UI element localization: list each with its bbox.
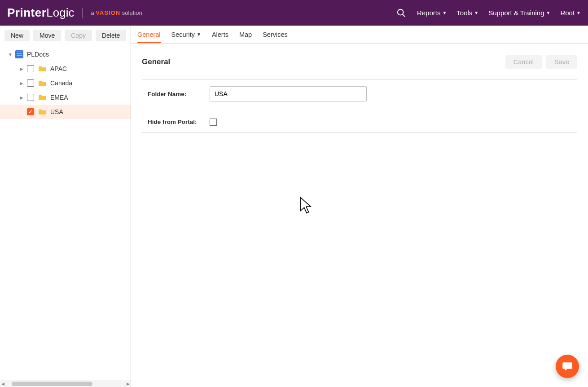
tab-services[interactable]: Services xyxy=(263,26,288,43)
folder-name-label: Folder Name: xyxy=(148,91,210,97)
menu-support[interactable]: Support & Training▼ xyxy=(488,9,550,17)
tab-services-label: Services xyxy=(263,31,288,38)
tab-alerts-label: Alerts xyxy=(212,31,228,38)
tree-item-label: USA xyxy=(50,108,63,115)
checkbox[interactable] xyxy=(27,108,34,115)
page-title: General xyxy=(142,57,501,66)
scroll-left-icon[interactable]: ◀ xyxy=(0,382,5,386)
logo-text-light: Logic xyxy=(46,6,74,20)
cancel-button: Cancel xyxy=(505,55,542,69)
content-header: General Cancel Save xyxy=(142,55,577,69)
scroll-right-icon[interactable]: ▶ xyxy=(125,382,131,386)
checkbox[interactable] xyxy=(27,65,34,72)
chat-fab[interactable] xyxy=(556,355,579,378)
new-button[interactable]: New xyxy=(4,30,30,41)
menu-root-label: Root xyxy=(560,9,575,17)
save-button: Save xyxy=(546,55,577,69)
menu-tools-label: Tools xyxy=(456,9,472,17)
sidebar-toolbar: New Move Copy Delete xyxy=(0,26,131,45)
move-button[interactable]: Move xyxy=(33,30,61,41)
folder-name-row: Folder Name: xyxy=(142,79,577,108)
folder-icon xyxy=(39,79,47,87)
menu-root[interactable]: Root▼ xyxy=(560,9,581,17)
main-panel: General Security▼ Alerts Map Services Ge… xyxy=(131,26,588,387)
hide-from-portal-checkbox[interactable] xyxy=(210,119,217,126)
menu-tools[interactable]: Tools▼ xyxy=(456,9,478,17)
app-header: PrinterLogic a VASION solution Reports▼ … xyxy=(0,0,588,26)
tree-item-usa[interactable]: USA xyxy=(0,105,131,119)
tab-general[interactable]: General xyxy=(137,26,161,43)
folder-icon xyxy=(39,65,47,73)
tree-item-canada[interactable]: Canada xyxy=(0,76,131,90)
logo-text-bold: Printer xyxy=(7,6,46,20)
hide-from-portal-label: Hide from Portal: xyxy=(148,119,210,126)
tree-item-emea[interactable]: EMEA xyxy=(0,90,131,105)
root-node-icon xyxy=(15,50,23,58)
tree-root[interactable]: PLDocs xyxy=(0,47,131,62)
tree-root-label: PLDocs xyxy=(27,51,49,58)
logo[interactable]: PrinterLogic xyxy=(7,6,74,20)
hide-from-portal-row: Hide from Portal: xyxy=(142,112,577,133)
search-icon[interactable] xyxy=(396,8,406,18)
tab-security[interactable]: Security▼ xyxy=(171,26,201,43)
sidebar-horizontal-scrollbar[interactable]: ◀ ▶ xyxy=(0,380,131,387)
tagline-suffix: solution xyxy=(120,9,142,16)
tree-item-label: APAC xyxy=(50,65,67,72)
main-tabs: General Security▼ Alerts Map Services xyxy=(131,26,588,44)
caret-down-icon: ▼ xyxy=(442,10,447,15)
sidebar: New Move Copy Delete PLDocs APAC Canad xyxy=(0,26,131,387)
tab-general-label: General xyxy=(137,31,161,38)
svg-line-1 xyxy=(403,14,405,17)
checkbox[interactable] xyxy=(27,94,34,101)
caret-down-icon: ▼ xyxy=(474,10,478,15)
caret-down-icon: ▼ xyxy=(546,10,551,15)
expand-toggle-icon[interactable] xyxy=(20,66,24,71)
expand-toggle-icon[interactable] xyxy=(20,95,24,100)
expand-toggle-icon[interactable] xyxy=(8,52,13,57)
svg-point-0 xyxy=(398,9,404,15)
menu-support-label: Support & Training xyxy=(488,9,544,17)
expand-toggle-icon[interactable] xyxy=(20,81,24,86)
copy-button: Copy xyxy=(65,30,92,41)
chat-icon xyxy=(562,361,573,372)
header-divider xyxy=(82,8,83,18)
tagline-brand: VASION xyxy=(96,9,120,16)
caret-down-icon: ▼ xyxy=(576,10,581,15)
caret-down-icon: ▼ xyxy=(197,32,201,37)
menu-reports-label: Reports xyxy=(417,9,441,17)
checkbox[interactable] xyxy=(27,79,34,87)
tab-map-label: Map xyxy=(239,31,252,38)
menu-reports[interactable]: Reports▼ xyxy=(417,9,447,17)
folder-name-input[interactable] xyxy=(210,86,367,101)
folder-icon xyxy=(39,93,47,101)
tree-item-apac[interactable]: APAC xyxy=(0,62,131,76)
folder-icon xyxy=(39,108,47,116)
tree-item-label: EMEA xyxy=(50,94,68,101)
tagline-prefix: a xyxy=(91,9,96,16)
scrollbar-thumb[interactable] xyxy=(12,382,92,386)
tab-security-label: Security xyxy=(171,31,195,38)
tree-item-label: Canada xyxy=(50,79,72,87)
tab-map[interactable]: Map xyxy=(239,26,252,43)
tagline: a VASION solution xyxy=(91,9,142,16)
content-area: General Cancel Save Folder Name: Hide fr… xyxy=(131,44,588,148)
tab-alerts[interactable]: Alerts xyxy=(212,26,228,43)
header-menu: Reports▼ Tools▼ Support & Training▼ Root… xyxy=(417,9,581,17)
delete-button[interactable]: Delete xyxy=(96,30,126,41)
folder-tree: PLDocs APAC Canada EMEA xyxy=(0,45,131,380)
